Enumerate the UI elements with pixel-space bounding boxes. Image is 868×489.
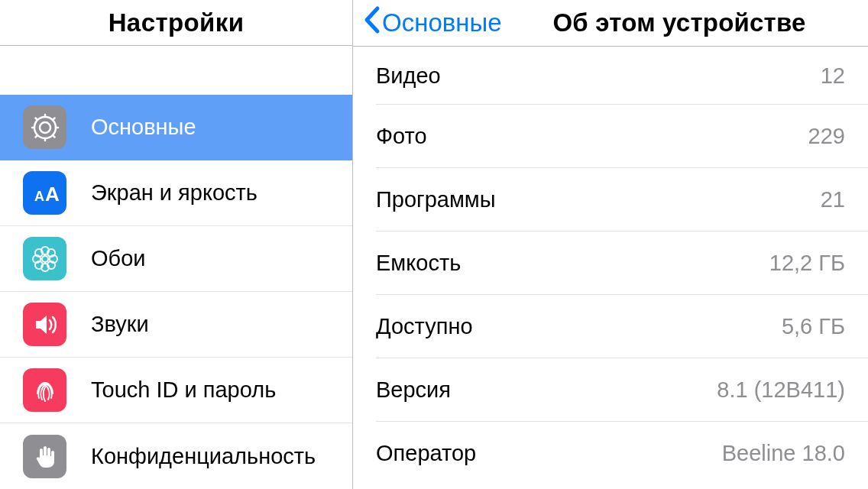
detail-row-photos[interactable]: Фото 229 bbox=[353, 105, 868, 168]
detail-row-label: Программы bbox=[376, 187, 496, 212]
detail-row-apps[interactable]: Программы 21 bbox=[353, 168, 868, 232]
back-button-label: Основные bbox=[382, 8, 502, 37]
sidebar-item-wallpaper[interactable]: Обои bbox=[0, 226, 352, 292]
svg-point-4 bbox=[42, 256, 48, 262]
detail-row-label: Доступно bbox=[376, 314, 473, 339]
text-size-icon: AA bbox=[23, 171, 66, 215]
gear-icon bbox=[23, 105, 66, 149]
sidebar-item-label: Touch ID и пароль bbox=[91, 377, 352, 403]
chevron-left-icon bbox=[362, 5, 382, 40]
sidebar-item-sounds[interactable]: Звуки bbox=[0, 292, 352, 358]
svg-text:A: A bbox=[45, 183, 60, 206]
detail-row-label: Оператор bbox=[376, 441, 476, 466]
detail-row-value: 8.1 (12B411) bbox=[717, 377, 845, 403]
sidebar-item-label: Экран и яркость bbox=[91, 180, 352, 206]
detail-row-value: Beeline 18.0 bbox=[722, 441, 845, 466]
detail-pane: Основные Об этом устройстве Видео 12 Фот… bbox=[353, 0, 868, 489]
detail-row-available[interactable]: Доступно 5,6 ГБ bbox=[353, 295, 868, 358]
detail-row-value: 12,2 ГБ bbox=[769, 251, 845, 276]
settings-sidebar: Настройки Основные AA Экран и яркость Об… bbox=[0, 0, 353, 489]
detail-header: Основные Об этом устройстве bbox=[353, 0, 868, 47]
detail-row-value: 229 bbox=[808, 124, 845, 149]
sidebar-item-label: Обои bbox=[91, 246, 352, 271]
fingerprint-icon bbox=[23, 368, 66, 412]
sidebar-spacer bbox=[0, 46, 352, 95]
detail-row-carrier[interactable]: Оператор Beeline 18.0 bbox=[353, 422, 868, 485]
detail-row-value: 5,6 ГБ bbox=[782, 314, 845, 339]
hand-icon bbox=[23, 435, 66, 478]
detail-row-version[interactable]: Версия 8.1 (12B411) bbox=[353, 358, 868, 422]
detail-row-label: Видео bbox=[376, 63, 441, 89]
svg-point-0 bbox=[40, 122, 50, 133]
detail-list: Видео 12 Фото 229 Программы 21 Емкость 1… bbox=[353, 47, 868, 489]
detail-row-label: Емкость bbox=[376, 251, 461, 276]
speaker-icon bbox=[23, 303, 66, 346]
detail-row-label: Версия bbox=[376, 377, 451, 403]
sidebar-item-display[interactable]: AA Экран и яркость bbox=[0, 160, 352, 226]
sidebar-item-touchid[interactable]: Touch ID и пароль bbox=[0, 358, 352, 423]
detail-row-value: 12 bbox=[821, 63, 845, 89]
sidebar-title: Настройки bbox=[0, 0, 352, 46]
sidebar-item-general[interactable]: Основные bbox=[0, 95, 352, 160]
detail-row-value: 21 bbox=[821, 187, 845, 212]
sidebar-item-privacy[interactable]: Конфиденциальность bbox=[0, 423, 352, 489]
detail-row-videos[interactable]: Видео 12 bbox=[353, 47, 868, 105]
sidebar-item-label: Основные bbox=[91, 115, 352, 140]
detail-row-label: Фото bbox=[376, 124, 427, 149]
detail-row-capacity[interactable]: Емкость 12,2 ГБ bbox=[353, 232, 868, 295]
flower-icon bbox=[23, 237, 66, 280]
sidebar-item-label: Звуки bbox=[91, 312, 352, 337]
svg-text:A: A bbox=[34, 189, 44, 204]
back-button[interactable]: Основные bbox=[362, 5, 502, 40]
sidebar-item-label: Конфиденциальность bbox=[91, 444, 352, 469]
